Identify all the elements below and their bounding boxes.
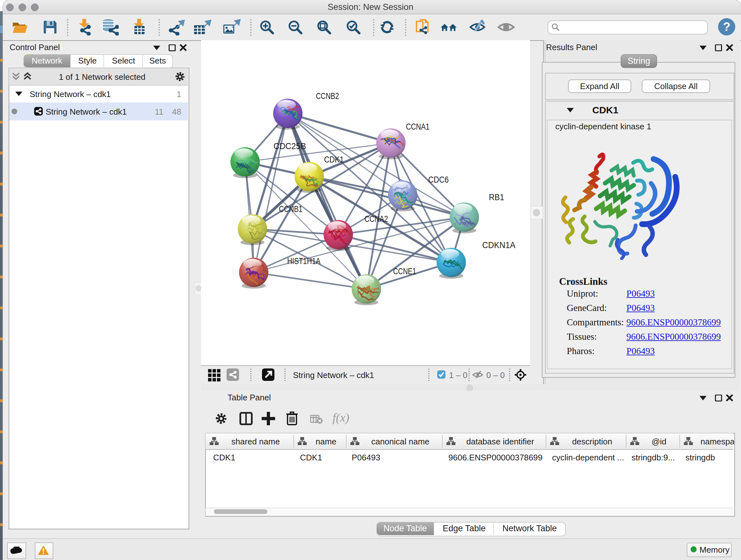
svg-text:CCNE1: CCNE1: [393, 266, 416, 276]
svg-text:CCNB2: CCNB2: [316, 91, 339, 101]
svg-text:CCNA2: CCNA2: [364, 214, 388, 224]
svg-text:RB1: RB1: [489, 192, 504, 202]
svg-text:CDC25B: CDC25B: [273, 141, 306, 151]
svg-text:CDKN1A: CDKN1A: [482, 240, 516, 250]
svg-text:CDC6: CDC6: [428, 175, 449, 185]
svg-text:HIST1H1A: HIST1H1A: [287, 256, 320, 266]
svg-text:CDK1: CDK1: [324, 154, 344, 165]
svg-text:CCNA1: CCNA1: [406, 122, 429, 132]
svg-text:CCNB1: CCNB1: [279, 204, 302, 214]
